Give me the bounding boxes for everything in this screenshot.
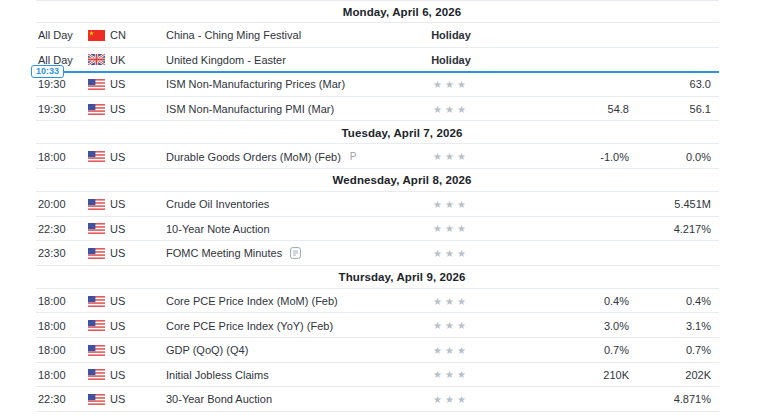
country-cell: US bbox=[88, 78, 166, 90]
cn-flag-icon bbox=[88, 30, 105, 41]
event-time: 23:30 bbox=[38, 247, 88, 259]
preliminary-tag: P bbox=[350, 151, 357, 162]
forecast-value: 3.0% bbox=[565, 320, 629, 332]
day-group: Thursday, April 9, 2026 18:00 US Core PC… bbox=[36, 266, 768, 412]
importance-stars: ★★★ bbox=[399, 394, 503, 405]
us-flag-icon bbox=[88, 345, 105, 356]
event-name[interactable]: GDP (QoQ) (Q4) bbox=[166, 344, 399, 356]
event-time: 19:30 bbox=[38, 103, 88, 115]
event-row[interactable]: 18:00 US Durable Goods Orders (MoM) (Feb… bbox=[36, 144, 719, 169]
event-name[interactable]: 30-Year Bond Auction bbox=[166, 393, 399, 405]
previous-value: 4.871% bbox=[629, 393, 711, 405]
event-time: 18:00 bbox=[38, 320, 88, 332]
forecast-value: -1.0% bbox=[565, 151, 629, 163]
event-time: 19:30 bbox=[38, 78, 88, 90]
economic-calendar: Monday, April 6, 2026 All Day CN China -… bbox=[36, 0, 768, 412]
event-name[interactable]: FOMC Meeting Minutes bbox=[166, 247, 399, 259]
day-group: Monday, April 6, 2026 All Day CN China -… bbox=[36, 0, 768, 121]
us-flag-icon bbox=[88, 79, 105, 90]
event-row[interactable]: 19:30 US ISM Non-Manufacturing Prices (M… bbox=[36, 72, 719, 97]
event-name-text: Core PCE Price Index (MoM) (Feb) bbox=[166, 295, 338, 307]
country-code: US bbox=[110, 103, 125, 115]
uk-flag-icon bbox=[88, 54, 105, 65]
day-group: Wednesday, April 8, 2026 20:00 US Crude … bbox=[36, 169, 768, 266]
country-code: CN bbox=[110, 29, 126, 41]
current-time-line bbox=[36, 71, 719, 73]
previous-value: 202K bbox=[629, 369, 711, 381]
event-time: 22:30 bbox=[38, 223, 88, 235]
event-name-text: FOMC Meeting Minutes bbox=[166, 247, 282, 259]
country-cell: US bbox=[88, 151, 166, 163]
day-rows: 18:00 US Durable Goods Orders (MoM) (Feb… bbox=[36, 144, 768, 169]
event-name-text: Crude Oil Inventories bbox=[166, 198, 269, 210]
country-cell: UK bbox=[88, 54, 166, 66]
country-cell: US bbox=[88, 103, 166, 115]
country-code: US bbox=[110, 344, 125, 356]
importance-stars: ★★★ bbox=[399, 320, 503, 331]
country-cell: US bbox=[88, 247, 166, 259]
event-name-text: Initial Jobless Claims bbox=[166, 369, 269, 381]
event-row[interactable]: 18:00 US GDP (QoQ) (Q4) ★★★ 0.7% 0.7% bbox=[36, 338, 719, 363]
day-header-label: Monday, April 6, 2026 bbox=[343, 6, 461, 18]
event-name[interactable]: 10-Year Note Auction bbox=[166, 223, 399, 235]
country-cell: US bbox=[88, 344, 166, 356]
day-header: Wednesday, April 8, 2026 bbox=[36, 169, 768, 192]
event-name[interactable]: Core PCE Price Index (YoY) (Feb) bbox=[166, 320, 399, 332]
importance-stars: ★★★ bbox=[399, 151, 503, 162]
us-flag-icon bbox=[88, 296, 105, 307]
country-cell: US bbox=[88, 320, 166, 332]
event-time: 20:00 bbox=[38, 198, 88, 210]
previous-value: 0.0% bbox=[629, 151, 711, 163]
event-row[interactable]: 19:30 US ISM Non-Manufacturing PMI (Mar)… bbox=[36, 97, 719, 122]
event-name-text: China - Ching Ming Festival bbox=[166, 29, 301, 41]
event-name[interactable]: ISM Non-Manufacturing PMI (Mar) bbox=[166, 103, 399, 115]
day-header-label: Wednesday, April 8, 2026 bbox=[333, 174, 472, 186]
event-name[interactable]: Crude Oil Inventories bbox=[166, 198, 399, 210]
us-flag-icon bbox=[88, 394, 105, 405]
event-name[interactable]: Durable Goods Orders (MoM) (Feb) P bbox=[166, 151, 399, 163]
us-flag-icon bbox=[88, 248, 105, 259]
importance-stars: ★★★ bbox=[399, 223, 503, 234]
event-row[interactable]: 22:30 US 10-Year Note Auction ★★★ 4.217% bbox=[36, 217, 719, 242]
us-flag-icon bbox=[88, 223, 105, 234]
current-time-badge: 10:33 bbox=[31, 65, 64, 78]
event-name-text: ISM Non-Manufacturing PMI (Mar) bbox=[166, 103, 334, 115]
event-row[interactable]: 22:30 US 30-Year Bond Auction ★★★ 4.871% bbox=[36, 387, 719, 412]
event-row[interactable]: 23:30 US FOMC Meeting Minutes ★★★ bbox=[36, 241, 719, 266]
country-code: US bbox=[110, 247, 125, 259]
event-row[interactable]: 20:00 US Crude Oil Inventories ★★★ 5.451… bbox=[36, 192, 719, 217]
country-code: UK bbox=[110, 54, 125, 66]
event-row[interactable]: All Day CN China - Ching Ming Festival H… bbox=[36, 23, 719, 48]
event-time: 18:00 bbox=[38, 369, 88, 381]
forecast-value: 210K bbox=[565, 369, 629, 381]
previous-value: 4.217% bbox=[629, 223, 711, 235]
event-time: All Day bbox=[38, 29, 88, 41]
event-name-text: Core PCE Price Index (YoY) (Feb) bbox=[166, 320, 333, 332]
report-icon[interactable] bbox=[290, 247, 301, 259]
forecast-value: 0.4% bbox=[565, 295, 629, 307]
day-group: Tuesday, April 7, 2026 18:00 US Durable … bbox=[36, 121, 768, 169]
event-name-text: ISM Non-Manufacturing Prices (Mar) bbox=[166, 78, 345, 90]
event-name-text: Durable Goods Orders (MoM) (Feb) bbox=[166, 151, 341, 163]
country-code: US bbox=[110, 151, 125, 163]
event-row[interactable]: 18:00 US Core PCE Price Index (YoY) (Feb… bbox=[36, 313, 719, 338]
event-name[interactable]: China - Ching Ming Festival bbox=[166, 29, 399, 41]
forecast-value: 54.8 bbox=[565, 103, 629, 115]
us-flag-icon bbox=[88, 320, 105, 331]
country-code: US bbox=[110, 369, 125, 381]
previous-value: 56.1 bbox=[629, 103, 711, 115]
event-name[interactable]: Initial Jobless Claims bbox=[166, 369, 399, 381]
event-name[interactable]: ISM Non-Manufacturing Prices (Mar) bbox=[166, 78, 399, 90]
importance-stars: ★★★ bbox=[399, 369, 503, 380]
event-name-text: 10-Year Note Auction bbox=[166, 223, 270, 235]
event-row[interactable]: All Day UK United Kingdom - Easter Holid… bbox=[36, 48, 719, 73]
event-row[interactable]: 18:00 US Core PCE Price Index (MoM) (Feb… bbox=[36, 289, 719, 314]
country-code: US bbox=[110, 320, 125, 332]
us-flag-icon bbox=[88, 199, 105, 210]
importance-stars: ★★★ bbox=[399, 345, 503, 356]
event-time: All Day bbox=[38, 54, 88, 66]
event-name[interactable]: United Kingdom - Easter bbox=[166, 54, 399, 66]
event-name[interactable]: Core PCE Price Index (MoM) (Feb) bbox=[166, 295, 399, 307]
event-row[interactable]: 18:00 US Initial Jobless Claims ★★★ 210K… bbox=[36, 363, 719, 388]
previous-value: 63.0 bbox=[629, 78, 711, 90]
